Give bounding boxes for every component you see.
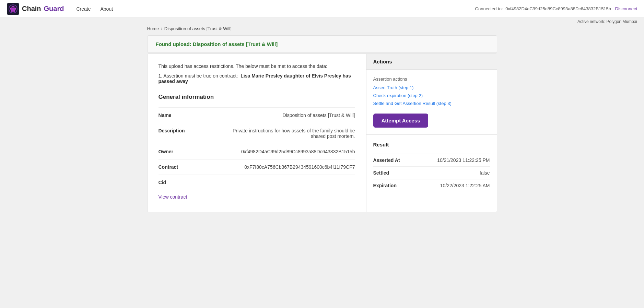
access-restriction-text: This upload has access restrictions. The… [159, 63, 355, 69]
main-card: This upload has access restrictions. The… [147, 54, 497, 212]
expiration-value: 10/22/2023 1:22:25 AM [440, 183, 490, 188]
breadcrumb-current: Disposition of assets [Trust & Will] [164, 26, 232, 31]
found-banner: Found upload: Disposition of assets [Tru… [147, 35, 497, 53]
settled-label: Settled [373, 170, 389, 176]
owner-label: Owner [159, 149, 220, 154]
description-row: Description Private instructions for how… [159, 123, 355, 144]
contract-value: 0xF7f80cA756Cb367B29434591600c6b4f11f79C… [220, 164, 355, 170]
main-content: Found upload: Disposition of assets [Tru… [147, 35, 497, 226]
owner-value: 0xf4982D4aC99d25d89Cc8993a88Dc643832B151… [220, 149, 355, 154]
settled-value: false [480, 170, 490, 176]
connected-address-line: Connected to: 0xf4982D4aC99d25d89Cc8993a… [475, 6, 637, 11]
asserted-at-row: Asserted At 10/21/2023 11:22:25 PM [373, 154, 490, 166]
brand-chain: Chain [22, 5, 41, 13]
expiration-row: Expiration 10/22/2023 1:22:25 AM [373, 179, 490, 192]
brand-logo[interactable]: ChainGuard [7, 3, 64, 15]
contract-row: Contract 0xF7f80cA756Cb367B29434591600c6… [159, 159, 355, 175]
nav-create[interactable]: Create [72, 4, 95, 14]
actions-body: Assertion actions Assert Truth (step 1) … [366, 70, 497, 135]
breadcrumb: Home / Disposition of assets [Trust & Wi… [147, 26, 497, 31]
name-value: Disposition of assets [Trust & Will] [220, 112, 355, 118]
nav-about[interactable]: About [96, 4, 117, 14]
check-expiration-link[interactable]: Check expiration (step 2) [373, 93, 490, 98]
attempt-access-button[interactable]: Attempt Access [373, 114, 429, 128]
result-title: Result [373, 142, 490, 147]
active-network: Active network: Polygon Mumbai [577, 19, 637, 24]
disconnect-link[interactable]: Disconnect [615, 6, 637, 11]
brand-guard: Guard [44, 5, 64, 13]
asserted-at-value: 10/21/2023 11:22:25 PM [437, 157, 490, 163]
wallet-address: 0xf4982D4aC99d25d89Cc8993a88Dc643832B151… [505, 6, 611, 11]
assertion-prefix: 1. Assertion must be true on contract: [159, 73, 238, 79]
result-section: Result Asserted At 10/21/2023 11:22:25 P… [366, 135, 497, 199]
found-banner-text: Found upload: Disposition of assets [Tru… [156, 41, 278, 47]
settled-row: Settled false [373, 166, 490, 179]
breadcrumb-area: Home / Disposition of assets [Trust & Wi… [147, 18, 497, 35]
view-contract-area: View contract [159, 194, 355, 202]
expiration-label: Expiration [373, 183, 397, 188]
name-row: Name Disposition of assets [Trust & Will… [159, 107, 355, 123]
cid-label: Cid [159, 180, 220, 185]
cid-row: Cid [159, 175, 355, 190]
logo-icon [7, 3, 19, 15]
header: ChainGuard Create About Connected to: 0x… [0, 0, 644, 18]
header-connection-info: Connected to: 0xf4982D4aC99d25d89Cc8993a… [475, 6, 637, 11]
description-value: Private instructions for how assets of t… [220, 128, 355, 139]
name-label: Name [159, 112, 220, 118]
owner-row: Owner 0xf4982D4aC99d25d89Cc8993a88Dc6438… [159, 144, 355, 159]
assertion-text: 1. Assertion must be true on contract: L… [159, 73, 355, 84]
asserted-at-label: Asserted At [373, 157, 400, 163]
assert-truth-link[interactable]: Assert Truth (step 1) [373, 85, 490, 90]
description-label: Description [159, 128, 220, 133]
left-panel: This upload has access restrictions. The… [148, 54, 366, 212]
breadcrumb-home[interactable]: Home [147, 26, 159, 31]
actions-header: Actions [366, 54, 497, 70]
assertion-actions-label: Assertion actions [373, 76, 490, 82]
breadcrumb-separator: / [161, 26, 162, 31]
view-contract-link[interactable]: View contract [159, 194, 187, 200]
general-info-title: General information [159, 94, 355, 100]
contract-label: Contract [159, 164, 220, 170]
main-nav: Create About [72, 4, 117, 14]
settle-assertion-link[interactable]: Settle and Get Assertion Result (step 3) [373, 101, 490, 106]
connected-label: Connected to: [475, 6, 503, 11]
right-panel: Actions Assertion actions Assert Truth (… [366, 54, 497, 212]
